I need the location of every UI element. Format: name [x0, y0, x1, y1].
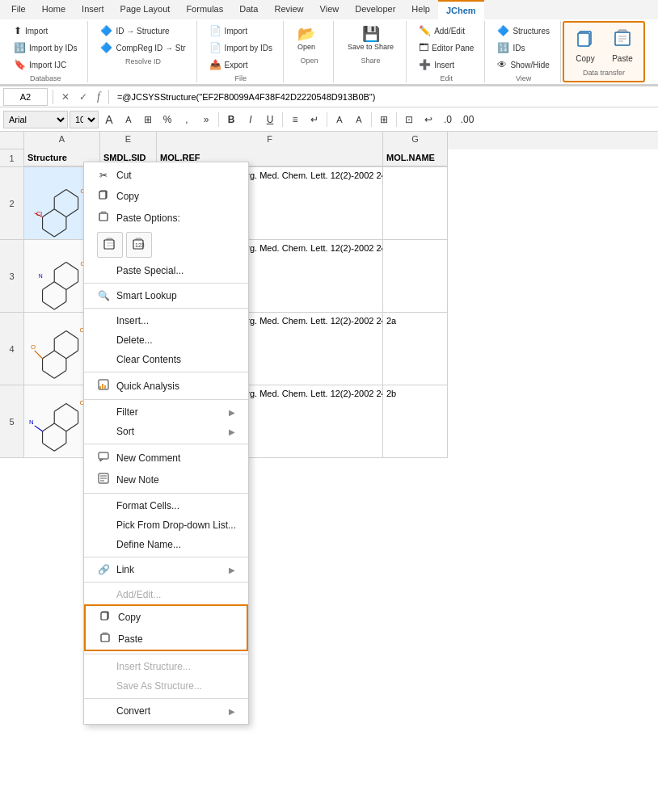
- ribbon-group-file: 📄 Import 📄 Import by IDs 📤 Export File: [199, 21, 284, 82]
- indent-icon[interactable]: ↵: [306, 111, 323, 128]
- export-button[interactable]: 📤 Export: [205, 57, 276, 73]
- ctx-paste-special[interactable]: Paste Special...: [84, 261, 248, 280]
- save-to-share-button[interactable]: 💾 Save to Share: [342, 23, 399, 55]
- ctx-link[interactable]: 🔗 Link ▶: [84, 560, 248, 579]
- mol-name-cell-5[interactable]: 2b: [383, 385, 448, 458]
- tab-page-layout[interactable]: Page Layout: [112, 0, 179, 19]
- import-ijc-button[interactable]: 🔖 Import IJC: [10, 57, 81, 73]
- bold-button[interactable]: B: [222, 111, 240, 128]
- paste-option-1[interactable]: [97, 232, 123, 258]
- ctx-sort[interactable]: Sort ▶: [84, 422, 248, 441]
- ctx-jchem-copy[interactable]: Copy: [86, 606, 247, 628]
- tab-developer[interactable]: Developer: [347, 0, 403, 19]
- ctx-filter[interactable]: Filter ▶: [84, 402, 248, 422]
- ctx-insert[interactable]: Insert...: [84, 311, 248, 330]
- import-by-ids-button[interactable]: 🔢 Import by IDs: [10, 40, 81, 56]
- ids-button[interactable]: 🔢 IDs: [493, 40, 554, 56]
- paste-option-2[interactable]: 123: [126, 232, 152, 258]
- formula-input[interactable]: [114, 88, 655, 106]
- col-header-a[interactable]: A: [24, 132, 100, 149]
- add-edit-ribbon-button[interactable]: ✏️ Add/Edit: [415, 23, 478, 39]
- decrease-font-icon[interactable]: A: [120, 111, 137, 128]
- insert-ribbon-button[interactable]: ➕ Insert: [415, 57, 478, 73]
- align-icon[interactable]: ≡: [286, 111, 304, 128]
- ctx-sep-3: [84, 372, 248, 372]
- ctx-jchem-paste-label: Paste: [118, 633, 143, 645]
- ctx-copy-icon: [97, 189, 110, 203]
- font-size-select[interactable]: 10: [70, 111, 99, 128]
- tab-view[interactable]: View: [312, 0, 348, 19]
- tab-formulas[interactable]: Formulas: [178, 0, 231, 19]
- id-to-structure-button[interactable]: 🔷 ID → Structure: [96, 23, 189, 39]
- font-family-select[interactable]: Arial: [3, 111, 68, 128]
- import-ids-icon: 🔢: [14, 42, 26, 53]
- ctx-convert[interactable]: Convert ▶: [84, 701, 248, 721]
- file-import-label: Import: [225, 27, 247, 36]
- inc-decimal-icon[interactable]: .00: [458, 111, 476, 128]
- ctx-define-name[interactable]: Define Name...: [84, 535, 248, 554]
- tab-help[interactable]: Help: [403, 0, 438, 19]
- col-header-f[interactable]: F: [157, 132, 383, 149]
- ctx-pick-dropdown[interactable]: Pick From Drop-down List...: [84, 515, 248, 535]
- format-cells-icon[interactable]: ⊞: [139, 111, 157, 128]
- dec-decimal-icon[interactable]: .0: [439, 111, 457, 128]
- comma-icon[interactable]: ,: [178, 111, 196, 128]
- merge-icon[interactable]: ⊡: [400, 111, 418, 128]
- ctx-jchem-paste[interactable]: Paste: [86, 628, 247, 650]
- confirm-formula-icon[interactable]: ✓: [76, 90, 91, 104]
- mol-name-cell-4[interactable]: 2a: [383, 313, 448, 385]
- ctx-cut[interactable]: ✂ Cut: [84, 166, 248, 185]
- cancel-formula-icon[interactable]: ✕: [58, 90, 73, 104]
- ctx-filter-label: Filter: [116, 406, 138, 418]
- italic-button[interactable]: I: [242, 111, 259, 128]
- ctx-copy[interactable]: Copy: [84, 185, 248, 207]
- cell-reference-input[interactable]: [3, 88, 48, 106]
- ctx-insert-structure[interactable]: Insert Structure...: [84, 657, 248, 676]
- import-button[interactable]: ⬆ Import: [10, 23, 81, 39]
- svg-line-24: [54, 301, 66, 309]
- col-header-g[interactable]: G: [383, 132, 448, 149]
- font-color-icon[interactable]: A: [350, 111, 368, 128]
- mol-name-cell-3[interactable]: [383, 240, 448, 313]
- svg-line-7: [42, 209, 54, 217]
- underline-button[interactable]: U: [261, 111, 279, 128]
- show-hide-button[interactable]: 👁 Show/Hide: [493, 57, 554, 73]
- ctx-save-as-structure[interactable]: Save As Structure...: [84, 676, 248, 696]
- tab-review[interactable]: Review: [266, 0, 311, 19]
- ctx-new-comment[interactable]: New Comment: [84, 447, 248, 469]
- col-header-e[interactable]: E: [100, 132, 157, 149]
- borders-icon[interactable]: ⊞: [375, 111, 393, 128]
- file-import-button[interactable]: 📄 Import: [205, 23, 276, 39]
- tab-home[interactable]: Home: [34, 0, 74, 19]
- percent-icon[interactable]: %: [158, 111, 176, 128]
- paste-ribbon-button[interactable]: Paste: [605, 24, 640, 67]
- open-button[interactable]: 📂 Open: [292, 23, 321, 55]
- wrap-icon[interactable]: ↩: [420, 111, 437, 128]
- tab-data[interactable]: Data: [231, 0, 266, 19]
- ctx-smart-lookup[interactable]: 🔍 Smart Lookup: [84, 286, 248, 305]
- tab-file[interactable]: File: [3, 0, 34, 19]
- ctx-add-edit[interactable]: Add/Edit...: [84, 585, 248, 604]
- tab-insert[interactable]: Insert: [74, 0, 112, 19]
- ctx-clear-contents[interactable]: Clear Contents: [84, 350, 248, 369]
- ctx-delete[interactable]: Delete...: [84, 330, 248, 350]
- mol-name-cell-2[interactable]: [383, 167, 448, 240]
- ctx-sep-2: [84, 308, 248, 309]
- column-header-row: A E F G: [0, 132, 658, 149]
- svg-line-46: [34, 351, 42, 359]
- compreg-id-button[interactable]: 🔷 CompReg ID → Str: [96, 40, 189, 56]
- editor-pane-button[interactable]: 🗔 Editor Pane: [415, 40, 478, 56]
- file-import-ids-button[interactable]: 📄 Import by IDs: [205, 40, 276, 56]
- compreg-icon: 🔷: [100, 42, 112, 53]
- tab-jchem[interactable]: JChem: [438, 0, 484, 19]
- format-more-icon[interactable]: »: [197, 111, 215, 128]
- structures-button[interactable]: 🔷 Structures: [493, 23, 554, 39]
- increase-font-icon[interactable]: A: [100, 111, 118, 128]
- copy-ribbon-button[interactable]: Copy: [567, 24, 603, 67]
- function-icon[interactable]: f: [94, 89, 103, 105]
- ctx-quick-analysis[interactable]: Quick Analysis: [84, 375, 248, 397]
- ctx-paste-options-label: Paste Options:: [84, 207, 248, 229]
- ctx-new-note[interactable]: New Note: [84, 469, 248, 490]
- fill-color-icon[interactable]: A: [331, 111, 348, 128]
- ctx-format-cells[interactable]: Format Cells...: [84, 496, 248, 515]
